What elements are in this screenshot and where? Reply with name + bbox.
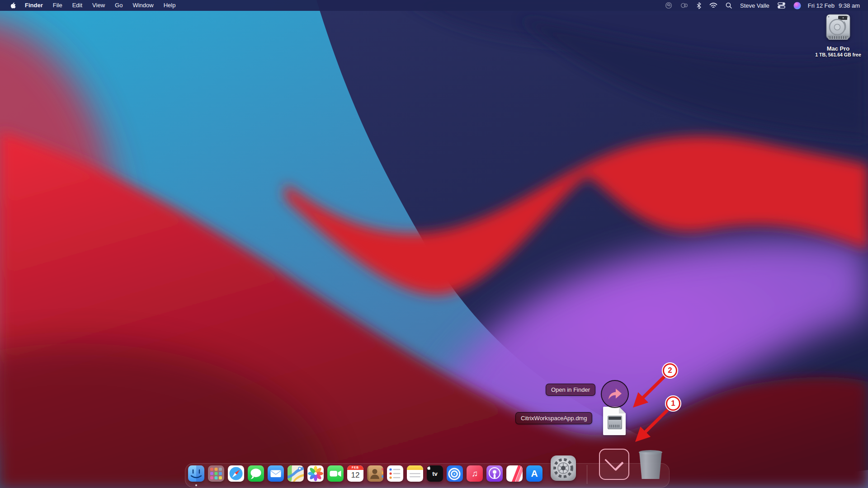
desktop-icon-mac-pro[interactable]: Mac Pro 1 TB, 561.64 GB free	[814, 14, 863, 57]
dock-icon-reminders[interactable]	[387, 465, 403, 482]
share-arrow-icon	[607, 387, 623, 401]
dock: FEB 12	[185, 463, 670, 488]
chevron-down-icon	[604, 452, 624, 471]
open-in-finder-button[interactable]	[601, 380, 629, 408]
step-badge-2: 2	[663, 363, 677, 378]
step-badge-1: 1	[666, 396, 680, 411]
dock-icon-contacts[interactable]	[367, 465, 383, 482]
contacts-person-icon	[367, 465, 383, 482]
user-menu[interactable]: Steve Valle	[736, 2, 774, 9]
menu-item-file[interactable]: File	[48, 0, 67, 11]
podcasts-icon	[486, 465, 503, 482]
dmg-file-icon[interactable]	[603, 407, 626, 435]
dock-trash[interactable]	[638, 450, 663, 479]
finder-running-indicator	[195, 484, 197, 486]
menu-time: 9:38 am	[839, 2, 860, 9]
apple-tv-label: tv	[432, 470, 438, 477]
app-store-a-glyph: A	[531, 468, 538, 479]
menu-date: Fri 12 Feb	[808, 2, 835, 9]
dmg-filename-tooltip: CitrixWorkspaceApp.dmg	[515, 412, 592, 424]
apple-logo-icon	[427, 465, 431, 470]
bluetooth-icon[interactable]	[693, 0, 705, 11]
fitness-rings-icon	[447, 465, 463, 482]
trash-body	[638, 452, 663, 479]
calendar-month-label: FEB	[347, 465, 363, 470]
drive-free-space: 1 TB, 561.64 GB free	[814, 52, 863, 57]
dock-icon-app-store[interactable]: A	[526, 465, 542, 482]
speech-bubble-icon	[248, 465, 264, 482]
news-stripes-icon	[506, 465, 523, 482]
dock-icon-fitness[interactable]	[447, 465, 463, 482]
dock-icon-facetime[interactable]	[327, 465, 344, 482]
dmg-drive-graphic	[608, 416, 622, 429]
dock-icon-mail[interactable]	[268, 465, 284, 482]
dock-icon-safari[interactable]	[228, 465, 244, 482]
envelope-icon	[268, 465, 284, 482]
open-in-finder-tooltip: Open in Finder	[546, 384, 595, 396]
creative-cloud-icon[interactable]	[676, 0, 693, 11]
launchpad-grid-icon	[208, 465, 224, 482]
macos-desktop: Finder File Edit View Go Window Help	[0, 0, 868, 488]
photos-flower-icon	[307, 465, 324, 482]
dock-icon-podcasts[interactable]	[486, 465, 503, 482]
notes-lines-icon	[407, 465, 423, 482]
video-camera-icon	[327, 465, 344, 482]
menu-item-window[interactable]: Window	[127, 0, 158, 11]
gear-icon	[551, 455, 576, 481]
safari-compass-icon	[228, 465, 244, 482]
focus-swirl-icon[interactable]	[661, 0, 676, 11]
apple-logo-icon	[10, 2, 16, 9]
finder-face-icon	[188, 465, 204, 482]
dock-icon-calendar[interactable]: FEB 12	[347, 465, 363, 482]
control-center-icon[interactable]	[774, 0, 789, 11]
hard-drive-icon	[825, 14, 852, 42]
dock-icon-maps[interactable]	[288, 465, 304, 482]
dock-icon-notes[interactable]	[407, 465, 423, 482]
menu-clock[interactable]: Fri 12 Feb 9:38 am	[805, 2, 863, 9]
dock-icon-launchpad[interactable]	[208, 465, 224, 482]
drive-label: Mac Pro	[814, 45, 863, 52]
dock-downloads-stack[interactable]	[599, 449, 629, 480]
calendar-day-label: 12	[347, 470, 363, 480]
menu-item-edit[interactable]: Edit	[67, 0, 87, 11]
dock-icon-apple-tv[interactable]: tv	[427, 465, 443, 482]
siri-icon[interactable]	[789, 0, 805, 11]
reminders-list-icon	[387, 465, 403, 482]
apple-menu[interactable]	[6, 2, 20, 9]
wifi-icon[interactable]	[705, 0, 722, 11]
page-fold-corner	[619, 407, 626, 413]
dock-icon-messages[interactable]	[248, 465, 264, 482]
dock-icon-finder[interactable]	[188, 465, 204, 482]
maps-icon	[288, 465, 304, 482]
menu-item-view[interactable]: View	[87, 0, 110, 11]
menu-item-help[interactable]: Help	[159, 0, 181, 11]
music-note-icon: ♫	[472, 469, 478, 479]
dock-divider	[587, 465, 587, 484]
menu-bar: Finder File Edit View Go Window Help	[0, 0, 868, 11]
spotlight-icon[interactable]	[722, 0, 736, 11]
dock-icon-system-preferences[interactable]	[551, 455, 576, 481]
wallpaper-big-sur	[0, 0, 868, 488]
dock-icon-music[interactable]: ♫	[467, 465, 483, 482]
menu-item-finder[interactable]: Finder	[20, 0, 48, 11]
menu-item-go[interactable]: Go	[110, 0, 127, 11]
dock-icon-news[interactable]	[506, 465, 523, 482]
dock-icon-photos[interactable]	[307, 465, 324, 482]
